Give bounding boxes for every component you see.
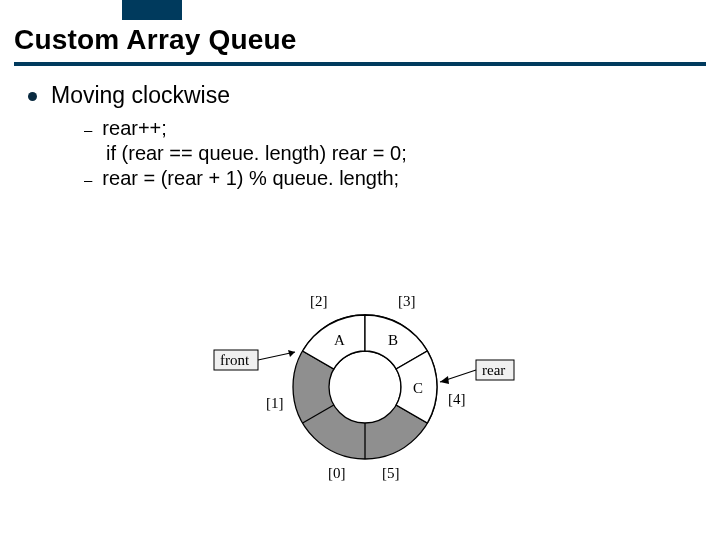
accent-block [122, 0, 182, 20]
idx-0: [0] [328, 465, 346, 481]
dash-icon: – [84, 121, 92, 138]
idx-5: [5] [382, 465, 400, 481]
heading-text: Moving clockwise [51, 82, 230, 109]
sector-letter-a: A [334, 332, 345, 348]
sub-list: – rear++; if (rear == queue. length) rea… [84, 117, 692, 190]
bullet-heading: Moving clockwise [28, 82, 692, 109]
sector-letter-b: B [388, 332, 398, 348]
idx-2: [2] [310, 293, 328, 309]
disc-icon [28, 92, 37, 101]
idx-3: [3] [398, 293, 416, 309]
svg-marker-10 [288, 350, 295, 357]
code-line: if (rear == queue. length) rear = 0; [106, 142, 692, 165]
diagram-svg: A B C [0] [1] [2] [3] [4] [5] front rear [200, 282, 530, 492]
dash-icon: – [84, 171, 92, 188]
page-title: Custom Array Queue [14, 24, 706, 56]
body: Moving clockwise – rear++; if (rear == q… [28, 82, 692, 192]
front-label: front [220, 352, 250, 368]
title-rule [14, 62, 706, 66]
slide: Custom Array Queue Moving clockwise – re… [0, 0, 720, 540]
rear-pointer: rear [440, 360, 514, 384]
idx-4: [4] [448, 391, 466, 407]
sector-letter-c: C [413, 380, 423, 396]
idx-1: [1] [266, 395, 284, 411]
front-pointer: front [214, 350, 295, 370]
sub-item: – rear = (rear + 1) % queue. length; [84, 167, 692, 190]
title-row: Custom Array Queue [14, 24, 706, 66]
sub-item: – rear++; [84, 117, 692, 140]
code-line: rear++; [102, 117, 166, 140]
circular-queue-diagram: A B C [0] [1] [2] [3] [4] [5] front rear [200, 282, 530, 492]
rear-label: rear [482, 362, 505, 378]
svg-marker-13 [440, 376, 449, 384]
code-line: rear = (rear + 1) % queue. length; [102, 167, 399, 190]
